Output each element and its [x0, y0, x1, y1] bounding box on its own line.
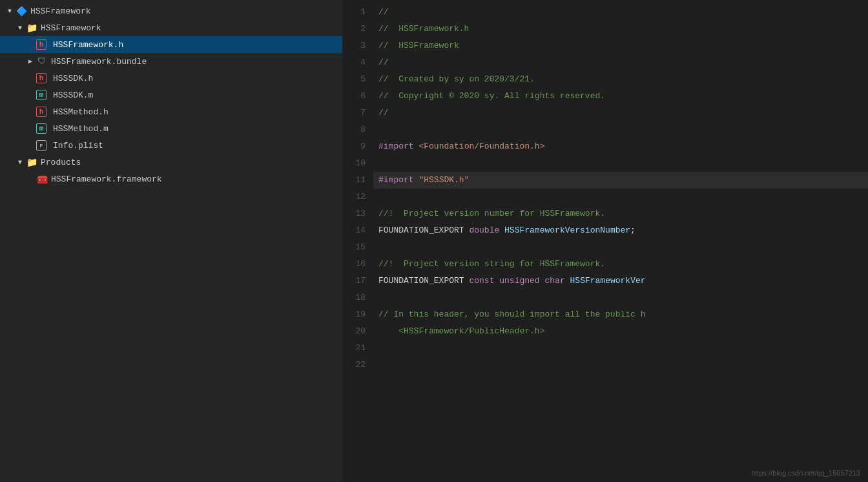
- chevron-icon: ▼: [5, 6, 14, 16]
- tree-label: HSSMethod.h: [53, 107, 108, 117]
- code-line-16: //! Project version string for HSSFramew…: [373, 256, 868, 273]
- tree-item-hssmethod-h[interactable]: h HSSMethod.h: [0, 103, 342, 120]
- tree-item-framework[interactable]: 🧰 HSSFramework.framework: [0, 171, 342, 187]
- chevron-icon: ▼: [16, 158, 25, 167]
- h-file-icon: h: [36, 39, 46, 50]
- tree-item-hsssdk-m[interactable]: m HSSSDK.m: [0, 87, 342, 103]
- chevron-spacer: [26, 90, 35, 100]
- tree-label: HSSFramework: [41, 23, 101, 33]
- bundle-icon: 🛡: [36, 56, 48, 67]
- code-line-2: // HSSFramework.h: [373, 21, 868, 37]
- tree-item-infoplist[interactable]: P Info.plist: [0, 137, 342, 154]
- folder-icon: 📁: [26, 22, 37, 34]
- code-line-11: #import "HSSSDK.h": [373, 172, 868, 189]
- code-editor: 1 2 3 4 5 6 7 8 9 10 11 12 13 14 15 16 1…: [342, 0, 868, 482]
- code-line-14: FOUNDATION_EXPORT double HSSFrameworkVer…: [373, 222, 868, 239]
- tree-label: HSSSDK.h: [53, 74, 93, 83]
- code-line-20: [373, 340, 868, 357]
- chevron-spacer: [26, 141, 35, 150]
- code-line-6: // Copyright © 2020 sy. All rights reser…: [373, 88, 868, 105]
- tree-label: HSSFramework.h: [53, 40, 123, 50]
- chevron-icon: ▶: [26, 57, 35, 66]
- chevron-spacer: [26, 174, 35, 183]
- tree-label: HSSSDK.m: [53, 90, 93, 100]
- tree-label: Products: [41, 158, 81, 167]
- code-line-19: // In this header, you should import all…: [373, 306, 868, 323]
- code-line-7: //: [373, 105, 868, 121]
- tree-item-project[interactable]: ▼ 🔷 HSSFramework: [0, 3, 342, 19]
- code-content[interactable]: // // HSSFramework.h // HSSFramework // …: [373, 0, 868, 482]
- tree-item-bundle[interactable]: ▶ 🛡 HSSFramework.bundle: [0, 53, 342, 70]
- code-line-18: [373, 289, 868, 306]
- code-line-17: FOUNDATION_EXPORT const unsigned char HS…: [373, 273, 868, 289]
- tree-item-products[interactable]: ▼ 📁 Products: [0, 154, 342, 171]
- h-file-icon: h: [36, 107, 46, 117]
- code-line-3: // HSSFramework: [373, 37, 868, 54]
- file-tree[interactable]: ▼ 🔷 HSSFramework ▼ 📁 HSSFramework h HSSF…: [0, 0, 342, 482]
- chevron-spacer: [26, 107, 35, 116]
- code-line-22: [373, 373, 868, 390]
- tree-label: HSSFramework.bundle: [51, 57, 147, 67]
- tree-item-hssframework-h[interactable]: h HSSFramework.h: [0, 36, 342, 53]
- code-line-9: #import <Foundation/Foundation.h>: [373, 138, 868, 155]
- h-file-icon: h: [36, 73, 46, 83]
- code-line-1: //: [373, 4, 868, 21]
- tree-label: HSSMethod.m: [53, 124, 108, 134]
- chevron-spacer: [26, 40, 35, 49]
- watermark: https://blog.csdn.net/qq_15057213: [751, 469, 860, 477]
- code-line-12: [373, 189, 868, 205]
- chevron-spacer: [26, 124, 35, 133]
- m-file-icon: m: [36, 123, 46, 134]
- tree-item-hsssdk-h[interactable]: h HSSSDK.h: [0, 70, 342, 87]
- plist-file-icon: P: [36, 140, 46, 151]
- code-line-5: // Created by sy on 2020/3/21.: [373, 71, 868, 88]
- code-line-19b: <HSSFramework/PublicHeader.h>: [373, 323, 868, 340]
- folder-icon: 📁: [26, 156, 37, 168]
- code-line-10: [373, 155, 868, 172]
- tree-label: HSSFramework: [30, 6, 91, 16]
- code-line-13: //! Project version number for HSSFramew…: [373, 205, 868, 222]
- code-line-15: [373, 239, 868, 256]
- chevron-icon: ▼: [16, 23, 25, 32]
- code-line-21: [373, 357, 868, 373]
- chevron-spacer: [26, 74, 35, 83]
- line-numbers: 1 2 3 4 5 6 7 8 9 10 11 12 13 14 15 16 1…: [342, 0, 373, 482]
- code-line-8: [373, 121, 868, 138]
- m-file-icon: m: [36, 90, 46, 100]
- tree-item-folder-main[interactable]: ▼ 📁 HSSFramework: [0, 19, 342, 36]
- tree-label: HSSFramework.framework: [51, 174, 162, 184]
- code-line-4: //: [373, 54, 868, 71]
- tree-label: Info.plist: [53, 141, 103, 151]
- project-icon: 🔷: [16, 5, 27, 17]
- tree-item-hssmethod-m[interactable]: m HSSMethod.m: [0, 120, 342, 137]
- framework-icon: 🧰: [36, 173, 48, 185]
